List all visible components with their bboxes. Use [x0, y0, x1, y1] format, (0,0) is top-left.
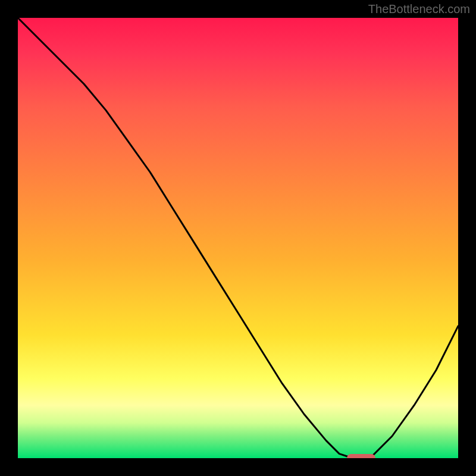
bottleneck-curve [18, 18, 458, 458]
chart-curve-svg [18, 18, 458, 458]
chart-plot-area [18, 18, 458, 458]
watermark-text: TheBottleneck.com [368, 2, 470, 16]
optimal-marker [347, 454, 375, 458]
